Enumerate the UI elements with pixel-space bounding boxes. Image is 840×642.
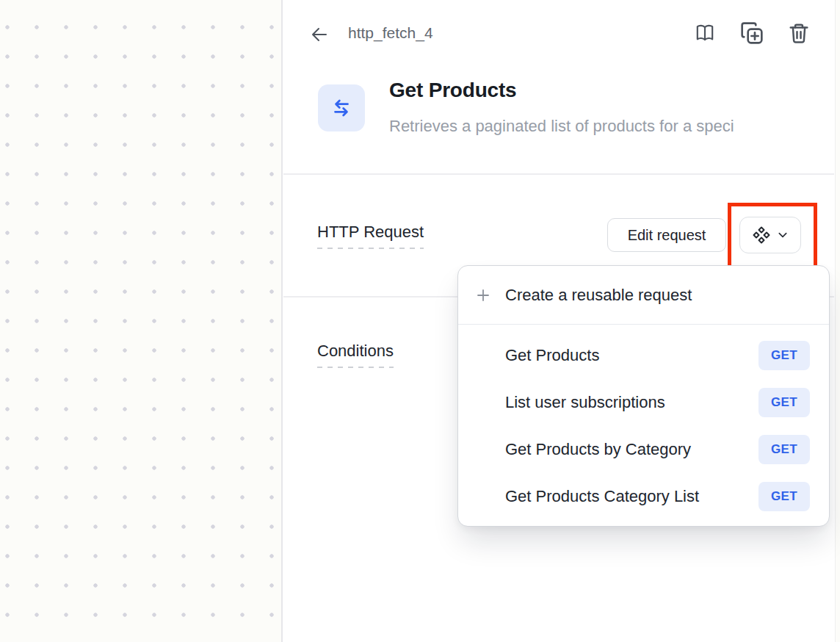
workflow-canvas[interactable] — [0, 0, 283, 642]
method-badge: GET — [758, 435, 810, 464]
node-type-tile — [318, 84, 365, 131]
reusable-request-dropdown-menu: Create a reusable request Get Products G… — [457, 265, 830, 527]
menu-item-list-user-subscriptions[interactable]: List user subscriptions GET — [458, 379, 829, 426]
reusable-diamonds-icon — [753, 226, 770, 244]
menu-item-get-products-category-list[interactable]: Get Products Category List GET — [458, 473, 829, 520]
node-editor-screen: http_fetch_4 Get Products Retrieves a pa… — [0, 0, 840, 642]
canvas-edge-strip — [835, 0, 840, 642]
duplicate-button[interactable] — [740, 21, 764, 45]
delete-button[interactable] — [787, 21, 811, 45]
menu-item-label: Get Products — [505, 346, 599, 365]
method-badge: GET — [758, 388, 810, 417]
plus-icon — [476, 288, 490, 303]
duplicate-icon — [740, 21, 764, 45]
menu-item-label: Get Products Category List — [505, 487, 699, 506]
node-title: Get Products — [389, 79, 516, 102]
create-reusable-request-label: Create a reusable request — [505, 286, 692, 305]
conditions-label[interactable]: Conditions — [317, 342, 394, 368]
edit-request-button[interactable]: Edit request — [607, 218, 726, 252]
reusable-request-list: Get Products GET List user subscriptions… — [458, 325, 829, 526]
method-badge: GET — [758, 482, 810, 511]
edit-request-button-label: Edit request — [628, 227, 706, 244]
node-description: Retrieves a paginated list of products f… — [389, 117, 834, 136]
menu-item-get-products-by-category[interactable]: Get Products by Category GET — [458, 426, 829, 473]
menu-item-label: List user subscriptions — [505, 393, 665, 412]
node-id-label: http_fetch_4 — [348, 24, 433, 42]
menu-item-get-products[interactable]: Get Products GET — [458, 332, 829, 379]
section-divider — [283, 173, 834, 175]
chevron-down-icon — [777, 229, 789, 241]
back-button[interactable] — [308, 23, 331, 46]
docs-button[interactable] — [693, 21, 717, 45]
http-request-label[interactable]: HTTP Request — [317, 223, 424, 249]
swap-arrows-icon — [329, 95, 354, 120]
method-badge: GET — [758, 341, 810, 370]
menu-item-label: Get Products by Category — [505, 440, 691, 459]
reusable-request-dropdown-trigger[interactable] — [739, 217, 801, 253]
back-arrow-icon — [309, 24, 330, 45]
create-reusable-request-item[interactable]: Create a reusable request — [458, 266, 829, 325]
docs-book-icon — [694, 22, 716, 44]
trash-icon — [788, 22, 810, 44]
